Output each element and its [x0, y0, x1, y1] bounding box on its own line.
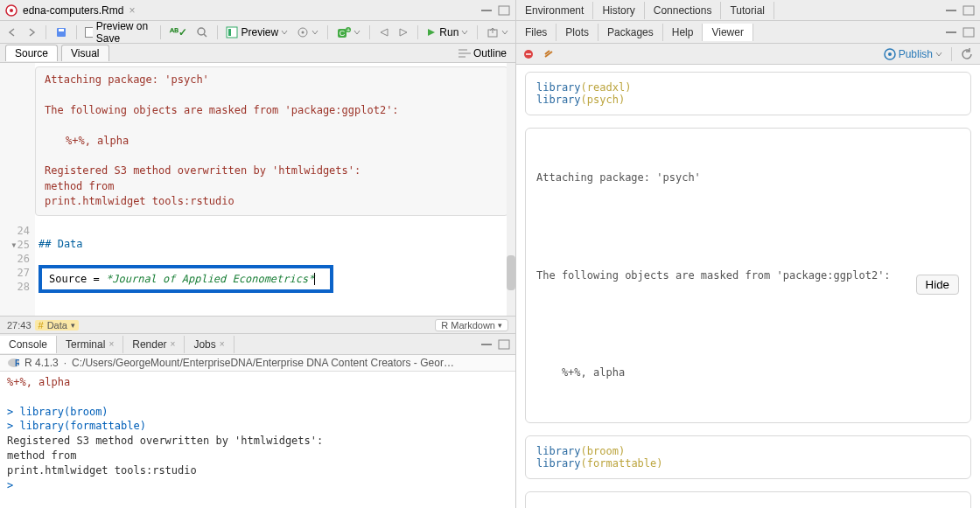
- svg-text:R: R: [15, 358, 19, 368]
- code-line-heading[interactable]: ## Data: [37, 237, 515, 251]
- find-button[interactable]: [192, 24, 212, 40]
- svg-rect-6: [86, 27, 93, 37]
- remove-viewer-button[interactable]: [520, 47, 537, 61]
- svg-point-12: [302, 31, 304, 33]
- back-button[interactable]: [4, 25, 21, 39]
- source-view-tabs: Source Visual Outline: [0, 44, 515, 63]
- close-icon[interactable]: ×: [129, 4, 135, 17]
- forward-button[interactable]: [23, 25, 40, 39]
- viewer-tabbar: Files Plots Packages Help Viewer: [516, 21, 980, 44]
- tab-visual[interactable]: Visual: [61, 45, 108, 61]
- editor-body[interactable]: 24 ▾25 26 27 28 Attaching package: 'psyc…: [0, 63, 515, 316]
- svg-rect-9: [227, 27, 237, 38]
- svg-rect-3: [499, 6, 509, 15]
- tab-tutorial[interactable]: Tutorial: [721, 2, 774, 19]
- preview-button[interactable]: Preview: [222, 24, 291, 40]
- tab-source[interactable]: Source: [5, 45, 58, 61]
- section-nav[interactable]: # Data ▾: [35, 320, 79, 331]
- tab-viewer[interactable]: Viewer: [703, 24, 752, 41]
- console-info-bar: R R 4.1.3 · C:/Users/GeorgeMount/Enterpr…: [0, 355, 515, 372]
- svg-rect-26: [963, 6, 974, 15]
- svg-point-32: [888, 52, 892, 56]
- editor-toolbar: Preview on Save ᴬᴮ✓ Preview C+ Run: [0, 21, 515, 44]
- hide-button[interactable]: Hide: [916, 275, 959, 295]
- editor-file-tabbar: edna-computers.Rmd ×: [0, 0, 515, 21]
- r-logo-icon: R: [7, 357, 19, 369]
- viewer-output-box-2: Registered S3 method overwritten by 'htm…: [525, 491, 971, 508]
- clear-viewer-button[interactable]: [539, 46, 558, 62]
- refresh-viewer-button[interactable]: [957, 46, 976, 62]
- publish-button[interactable]: Publish: [880, 46, 946, 62]
- code-line-source[interactable]: Source = *Journal of Applied Econometric…: [37, 265, 515, 279]
- file-type-selector[interactable]: R Markdown ▾: [435, 319, 508, 331]
- maximize-env-icon[interactable]: [962, 4, 975, 17]
- svg-rect-2: [481, 10, 492, 11]
- svg-rect-21: [481, 344, 492, 345]
- preview-on-save-checkbox[interactable]: Preview on Save: [81, 18, 155, 46]
- maximize-console-icon[interactable]: [498, 338, 510, 351]
- svg-rect-27: [946, 31, 956, 33]
- outline-button[interactable]: Outline: [455, 45, 510, 61]
- tab-history[interactable]: History: [593, 2, 644, 19]
- viewer-output-box-1: Attaching package: 'psych' The following…: [525, 128, 971, 423]
- settings-button[interactable]: [293, 24, 322, 40]
- env-tabbar: Environment History Connections Tutorial: [516, 0, 980, 21]
- tab-help[interactable]: Help: [663, 24, 704, 41]
- viewer-body[interactable]: library(readxl) library(psych) Attaching…: [516, 65, 980, 508]
- file-tab-label[interactable]: edna-computers.Rmd: [23, 4, 123, 17]
- spellcheck-button[interactable]: ᴬᴮ✓: [166, 24, 191, 40]
- minimize-viewer-icon[interactable]: [945, 26, 957, 38]
- minimize-pane-icon[interactable]: [480, 4, 493, 17]
- line-gutter: 24 ▾25 26 27 28: [0, 63, 35, 316]
- svg-text:C: C: [340, 29, 346, 38]
- editor-status-bar: 27:43 # Data ▾ R Markdown ▾: [0, 316, 515, 333]
- maximize-pane-icon[interactable]: [498, 4, 510, 17]
- svg-point-1: [10, 9, 13, 12]
- viewer-code-box-2: library(broom) library(formattable): [525, 435, 971, 479]
- minimize-console-icon[interactable]: [480, 338, 493, 351]
- svg-rect-10: [228, 29, 231, 36]
- svg-rect-22: [499, 340, 509, 349]
- maximize-viewer-icon[interactable]: [962, 26, 975, 38]
- tab-files[interactable]: Files: [516, 24, 556, 41]
- viewer-code-box-1: library(readxl) library(psych): [525, 72, 971, 115]
- tab-environment[interactable]: Environment: [516, 2, 593, 19]
- tab-console[interactable]: Console: [0, 336, 57, 353]
- console-tabbar: Console Terminal× Render× Jobs×: [0, 334, 515, 355]
- svg-point-7: [198, 28, 205, 35]
- publish-dropdown-button[interactable]: [483, 24, 512, 40]
- rmd-file-icon: [5, 4, 18, 17]
- tab-render[interactable]: Render×: [123, 336, 185, 353]
- tab-connections[interactable]: Connections: [645, 2, 722, 19]
- minimize-env-icon[interactable]: [945, 4, 957, 17]
- svg-rect-28: [963, 28, 974, 37]
- save-button[interactable]: [52, 24, 71, 40]
- tab-jobs[interactable]: Jobs×: [185, 336, 234, 353]
- chunk-output-box: Attaching package: 'psych' The following…: [35, 66, 508, 216]
- tab-terminal[interactable]: Terminal×: [57, 336, 123, 353]
- working-directory[interactable]: C:/Users/GeorgeMount/EnterpriseDNA/Enter…: [72, 357, 457, 369]
- viewer-toolbar: Publish: [516, 44, 980, 65]
- cursor-position: 27:43: [7, 320, 32, 331]
- run-button[interactable]: Run: [423, 24, 472, 40]
- next-chunk-button[interactable]: [395, 25, 412, 39]
- svg-rect-5: [59, 29, 64, 31]
- svg-text:+: +: [346, 26, 351, 34]
- tab-plots[interactable]: Plots: [556, 24, 598, 41]
- tab-packages[interactable]: Packages: [598, 24, 663, 41]
- svg-line-8: [204, 34, 206, 37]
- prev-chunk-button[interactable]: [375, 25, 393, 39]
- insert-chunk-button[interactable]: C+: [333, 24, 364, 40]
- console-body[interactable]: %+%, alpha > library(broom) > library(fo…: [0, 372, 515, 508]
- svg-rect-25: [946, 10, 956, 11]
- r-version: R 4.1.3: [24, 357, 59, 369]
- editor-scrollbar[interactable]: [507, 63, 515, 316]
